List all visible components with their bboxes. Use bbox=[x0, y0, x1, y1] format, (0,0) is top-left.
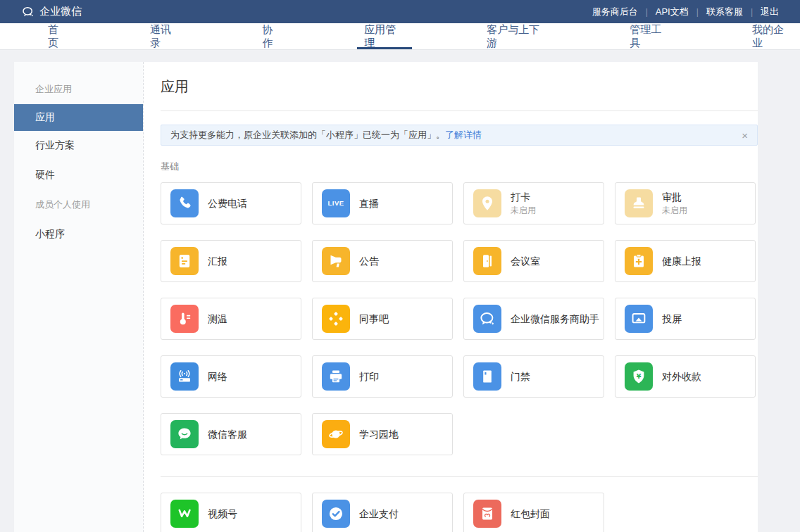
app-name: 打卡 bbox=[511, 191, 536, 203]
megaphone-icon bbox=[322, 247, 350, 275]
app-card[interactable]: 视频号 bbox=[161, 493, 301, 532]
stamp-icon bbox=[625, 189, 653, 217]
app-name: 公告 bbox=[359, 255, 379, 267]
nav-tab[interactable]: 管理工具 bbox=[623, 23, 677, 49]
app-card[interactable]: 汇报 bbox=[161, 240, 301, 282]
topbar-links: 服务商后台|API文档|联系客服|退出 bbox=[592, 6, 779, 18]
app-card[interactable]: 打卡未启用 bbox=[463, 182, 604, 224]
app-card[interactable]: 学习园地 bbox=[312, 413, 453, 455]
app-card-text: 打卡未启用 bbox=[511, 191, 536, 215]
app-card-text: 打印 bbox=[359, 371, 379, 383]
app-card-text: 汇报 bbox=[208, 255, 227, 267]
nav-tab[interactable]: 通讯录 bbox=[143, 23, 187, 49]
door-access-icon bbox=[473, 362, 501, 391]
section-label: 基础 bbox=[161, 160, 758, 173]
separator: | bbox=[646, 7, 648, 17]
app-name: 会议室 bbox=[511, 255, 540, 267]
topbar: 企业微信 服务商后台|API文档|联系客服|退出 bbox=[0, 0, 800, 23]
nav-tab[interactable]: 协作 bbox=[255, 23, 289, 49]
nav-tab[interactable]: 首页 bbox=[41, 23, 75, 49]
app-name: 对外收款 bbox=[662, 371, 701, 383]
shield-yuan-icon: ¥ bbox=[625, 362, 653, 391]
app-card[interactable]: 审批未启用 bbox=[615, 182, 756, 224]
app-card-text: 门禁 bbox=[511, 371, 530, 383]
red-packet-icon bbox=[473, 500, 501, 528]
topbar-link[interactable]: 联系客服 bbox=[706, 6, 743, 18]
close-icon[interactable]: × bbox=[742, 130, 748, 141]
sidebar-item[interactable]: 小程序 bbox=[14, 220, 143, 249]
topbar-link[interactable]: API文档 bbox=[656, 6, 689, 18]
app-card[interactable]: 公费电话 bbox=[161, 182, 301, 224]
app-card-text: 会议室 bbox=[511, 255, 540, 267]
location-pin-icon bbox=[473, 189, 501, 217]
brand: 企业微信 bbox=[21, 5, 82, 19]
nav-tabs: 首页通讯录协作应用管理客户与上下游管理工具我的企业 bbox=[0, 23, 800, 49]
app-card[interactable]: 健康上报 bbox=[615, 240, 756, 282]
app-card[interactable]: ¥对外收款 bbox=[615, 355, 756, 398]
app-card[interactable]: 测温 bbox=[161, 298, 301, 340]
app-card[interactable]: 网络 bbox=[161, 355, 301, 398]
topbar-link[interactable]: 退出 bbox=[761, 6, 779, 18]
app-card[interactable]: LIVE直播 bbox=[312, 182, 453, 224]
phone-icon bbox=[170, 189, 199, 217]
app-card[interactable]: 微信客服 bbox=[161, 413, 301, 455]
brand-name: 企业微信 bbox=[39, 5, 82, 18]
main-nav: 首页通讯录协作应用管理客户与上下游管理工具我的企业 bbox=[0, 23, 800, 50]
sidebar-group-header: 成员个人使用 bbox=[14, 190, 143, 220]
app-card-text: 同事吧 bbox=[359, 313, 389, 325]
channels-icon bbox=[170, 500, 199, 528]
app-card-text: 红包封面 bbox=[511, 508, 550, 520]
page-body: 企业应用应用行业方案硬件成员个人使用小程序 应用 为支持更多能力，原企业关联添加… bbox=[14, 62, 758, 532]
app-card-text: 视频号 bbox=[208, 508, 237, 520]
app-card-text: 健康上报 bbox=[662, 255, 701, 267]
apps-grid-extra: 视频号企业支付红包封面 bbox=[161, 493, 758, 532]
app-card[interactable]: 会议室 bbox=[463, 240, 604, 282]
app-card[interactable]: 企业微信服务商助手 bbox=[463, 298, 604, 340]
app-card-text: 对外收款 bbox=[662, 371, 701, 383]
app-name: 健康上报 bbox=[662, 255, 701, 267]
apps-grid-basic: 公费电话LIVE直播打卡未启用审批未启用汇报公告会议室健康上报测温同事吧企业微信… bbox=[161, 182, 758, 455]
app-name: 汇报 bbox=[208, 255, 227, 267]
app-name: 学习园地 bbox=[359, 429, 399, 441]
app-card[interactable]: 同事吧 bbox=[312, 298, 453, 340]
clipboard-plus-icon bbox=[625, 247, 653, 275]
cast-screen-icon bbox=[625, 305, 653, 333]
notice-banner: 为支持更多能力，原企业关联添加的「小程序」已统一为「应用」。 了解详情 × bbox=[161, 125, 758, 146]
app-card-text: 学习园地 bbox=[359, 429, 399, 441]
app-name: 同事吧 bbox=[359, 313, 389, 325]
app-card[interactable]: 打印 bbox=[312, 355, 453, 398]
app-card[interactable]: 公告 bbox=[312, 240, 453, 282]
thermometer-icon bbox=[170, 305, 199, 333]
sidebar-item[interactable]: 行业方案 bbox=[14, 131, 143, 160]
nav-tab[interactable]: 我的企业 bbox=[745, 23, 800, 49]
app-card-text: 投屏 bbox=[662, 313, 682, 325]
sidebar-item[interactable]: 硬件 bbox=[14, 160, 143, 190]
app-card-text: 公费电话 bbox=[208, 198, 247, 210]
door-open-icon bbox=[473, 247, 501, 275]
app-card[interactable]: 投屏 bbox=[615, 298, 756, 340]
app-card-text: 公告 bbox=[359, 255, 379, 267]
app-status: 未启用 bbox=[511, 205, 536, 215]
banner-link[interactable]: 了解详情 bbox=[445, 129, 482, 141]
app-card[interactable]: 红包封面 bbox=[463, 493, 604, 532]
main-inner: 应用 为支持更多能力，原企业关联添加的「小程序」已统一为「应用」。 了解详情 ×… bbox=[161, 77, 758, 532]
planet-icon bbox=[322, 420, 350, 448]
report-doc-icon bbox=[170, 247, 199, 275]
app-name: 微信客服 bbox=[208, 429, 247, 441]
app-name: 红包封面 bbox=[511, 508, 550, 520]
separator: | bbox=[751, 7, 753, 17]
app-card-text: 微信客服 bbox=[208, 429, 247, 441]
app-card-text: 审批未启用 bbox=[662, 191, 687, 215]
app-card[interactable]: 门禁 bbox=[463, 355, 604, 398]
four-diamond-icon bbox=[322, 305, 350, 333]
topbar-link[interactable]: 服务商后台 bbox=[592, 6, 638, 18]
sidebar-item[interactable]: 应用 bbox=[14, 104, 143, 131]
app-card[interactable]: 企业支付 bbox=[312, 493, 453, 532]
page-title: 应用 bbox=[161, 77, 758, 111]
nav-tab[interactable]: 客户与上下游 bbox=[480, 23, 555, 49]
nav-tab[interactable]: 应用管理 bbox=[357, 23, 412, 49]
app-name: 门禁 bbox=[511, 371, 530, 383]
svg-text:¥: ¥ bbox=[637, 372, 642, 380]
app-card-text: 企业微信服务商助手 bbox=[511, 313, 599, 325]
wecom-logo-icon bbox=[21, 5, 35, 19]
